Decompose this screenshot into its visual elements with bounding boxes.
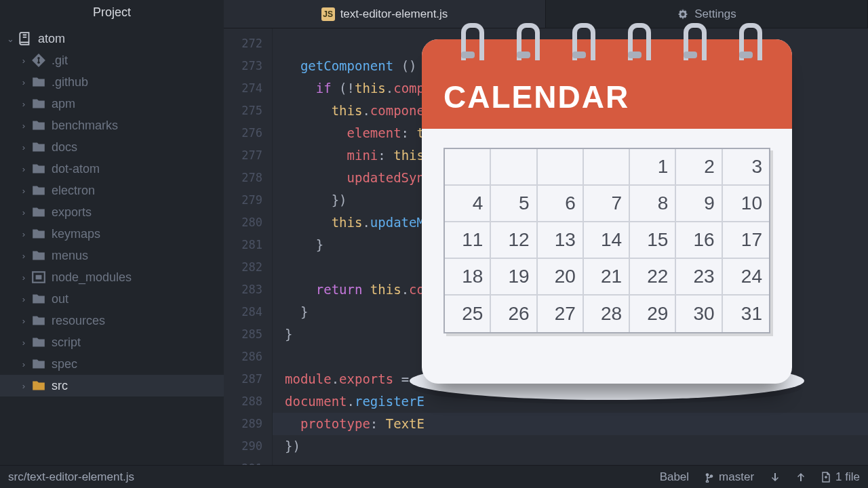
tree-item-label: docs — [52, 140, 77, 155]
line-number: 281 — [224, 234, 262, 256]
folder-icon — [31, 183, 46, 198]
line-number: 289 — [224, 413, 262, 435]
calendar-day-11[interactable]: 11 — [445, 222, 491, 259]
tree-item-label: node_modules — [52, 270, 132, 285]
calendar-rings — [422, 23, 792, 64]
calendar-cell-empty[interactable] — [538, 149, 584, 186]
calendar-day-9[interactable]: 9 — [676, 186, 722, 222]
tree-item-src[interactable]: › src — [0, 375, 224, 396]
line-number: 274 — [224, 77, 262, 100]
folder-icon — [31, 313, 46, 328]
calendar-day-23[interactable]: 23 — [676, 259, 722, 296]
tree-item-label: out — [52, 292, 68, 306]
calendar-day-29[interactable]: 29 — [630, 296, 676, 332]
calendar-day-26[interactable]: 26 — [491, 296, 537, 332]
calendar-day-27[interactable]: 27 — [538, 296, 584, 332]
folder-icon — [31, 161, 46, 176]
calendar-overlay: CALENDAR 1234567891011121314151617181920… — [422, 39, 792, 384]
status-branch-name: master — [719, 470, 754, 484]
chevron-right-icon: › — [19, 229, 28, 239]
tree-item-spec[interactable]: › spec — [0, 353, 224, 375]
git-fetch-button[interactable] — [769, 472, 780, 483]
calendar-day-5[interactable]: 5 — [491, 186, 537, 222]
tree-item-electron[interactable]: › electron — [0, 180, 224, 201]
calendar-day-19[interactable]: 19 — [491, 259, 537, 296]
arrow-down-icon — [769, 472, 780, 483]
status-changed-files[interactable]: 1 file — [821, 470, 860, 484]
calendar-day-22[interactable]: 22 — [630, 259, 676, 296]
calendar-day-20[interactable]: 20 — [538, 259, 584, 296]
tree-item-label: .github — [52, 75, 88, 89]
line-number: 273 — [224, 55, 262, 77]
calendar-day-25[interactable]: 25 — [445, 296, 491, 332]
tree-item-docs[interactable]: › docs — [0, 136, 224, 158]
calendar-day-21[interactable]: 21 — [584, 259, 630, 296]
tree-item-script[interactable]: › script — [0, 331, 224, 353]
tree-item-dot-atom[interactable]: › dot-atom — [0, 158, 224, 180]
chevron-right-icon: › — [19, 164, 28, 174]
status-grammar[interactable]: Babel — [660, 470, 689, 484]
calendar-day-3[interactable]: 3 — [723, 149, 769, 186]
calendar-day-28[interactable]: 28 — [584, 296, 630, 332]
calendar-day-31[interactable]: 31 — [723, 296, 769, 332]
git-icon — [31, 53, 46, 68]
calendar-day-17[interactable]: 17 — [723, 222, 769, 259]
calendar-day-10[interactable]: 10 — [723, 186, 769, 222]
tree-item-label: spec — [52, 357, 77, 371]
calendar-day-18[interactable]: 18 — [445, 259, 491, 296]
chevron-right-icon: › — [19, 359, 28, 369]
tree-item-exports[interactable]: › exports — [0, 201, 224, 223]
calendar-day-14[interactable]: 14 — [584, 222, 630, 259]
calendar-body: 1234567891011121314151617181920212223242… — [422, 129, 792, 384]
tree-item-label: .git — [52, 54, 68, 68]
line-number: 283 — [224, 279, 262, 301]
line-number: 276 — [224, 122, 262, 144]
svg-rect-4 — [36, 275, 42, 280]
calendar-day-6[interactable]: 6 — [538, 186, 584, 222]
calendar-day-7[interactable]: 7 — [584, 186, 630, 222]
git-push-button[interactable] — [795, 472, 806, 483]
tree-item-resources[interactable]: › resources — [0, 310, 224, 331]
tree-item-label: dot-atom — [52, 162, 100, 176]
calendar-cell-empty[interactable] — [445, 149, 491, 186]
tree-item-apm[interactable]: › apm — [0, 93, 224, 115]
tree-item--github[interactable]: › .github — [0, 71, 224, 93]
calendar-day-12[interactable]: 12 — [491, 222, 537, 259]
chevron-right-icon: › — [19, 207, 28, 218]
calendar-title: CALENDAR — [443, 79, 770, 115]
calendar-day-8[interactable]: 8 — [630, 186, 676, 222]
tree-item-benchmarks[interactable]: › benchmarks — [0, 115, 224, 136]
folder-icon — [31, 357, 46, 371]
calendar-cell-empty[interactable] — [491, 149, 537, 186]
folder-icon — [31, 96, 46, 111]
chevron-right-icon: › — [19, 316, 28, 326]
tree-item--git[interactable]: › .git — [0, 49, 224, 71]
chevron-right-icon: › — [19, 121, 28, 131]
status-git-branch[interactable]: master — [704, 470, 754, 484]
js-file-icon: JS — [321, 7, 335, 21]
sidebar-title: Project — [0, 0, 224, 26]
tree-item-menus[interactable]: › menus — [0, 245, 224, 266]
calendar-day-2[interactable]: 2 — [676, 149, 722, 186]
line-number: 279 — [224, 189, 262, 211]
tree-item-node-modules[interactable]: › node_modules — [0, 266, 224, 288]
chevron-right-icon: › — [19, 294, 28, 304]
calendar-day-30[interactable]: 30 — [676, 296, 722, 332]
folder-icon — [31, 291, 46, 306]
calendar-day-15[interactable]: 15 — [630, 222, 676, 259]
calendar-day-24[interactable]: 24 — [723, 259, 769, 296]
folder-icon — [31, 335, 46, 350]
calendar-day-4[interactable]: 4 — [445, 186, 491, 222]
tree-root[interactable]: ⌄ atom — [0, 28, 224, 49]
line-number: 287 — [224, 368, 262, 390]
tree-item-out[interactable]: › out — [0, 288, 224, 310]
tree-item-label: resources — [52, 314, 105, 328]
calendar-day-16[interactable]: 16 — [676, 222, 722, 259]
submodule-icon — [31, 270, 46, 285]
calendar-cell-empty[interactable] — [584, 149, 630, 186]
tree-item-keymaps[interactable]: › keymaps — [0, 223, 224, 245]
calendar-day-13[interactable]: 13 — [538, 222, 584, 259]
status-file-path: src/text-editor-element.js — [8, 470, 134, 484]
file-tree[interactable]: ⌄ atom› .git› .github› apm› — [0, 26, 224, 465]
calendar-day-1[interactable]: 1 — [630, 149, 676, 186]
